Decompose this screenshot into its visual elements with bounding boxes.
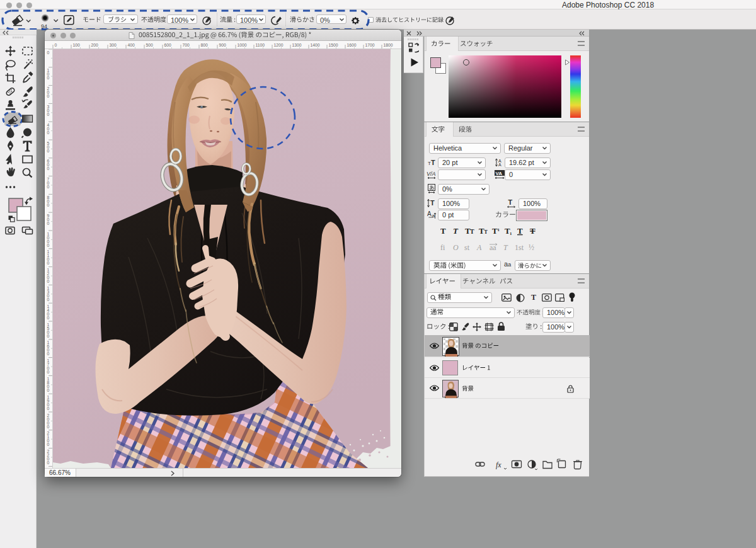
svg-text:A: A <box>476 243 482 252</box>
svg-text:1400: 1400 <box>311 43 320 47</box>
svg-text:0: 0 <box>47 130 50 135</box>
svg-text:1300: 1300 <box>292 43 302 47</box>
svg-text:1800: 1800 <box>384 43 393 47</box>
svg-text:T: T <box>470 228 474 235</box>
svg-text:100: 100 <box>73 43 81 47</box>
svg-text:T: T <box>430 199 435 207</box>
svg-text:300: 300 <box>110 43 117 47</box>
svg-text:0: 0 <box>47 316 50 320</box>
svg-text:0: 0 <box>47 221 50 225</box>
svg-text:0: 0 <box>47 442 50 447</box>
svg-text:0: 0 <box>47 351 50 356</box>
svg-text:T: T <box>517 226 523 236</box>
svg-text:0: 0 <box>47 460 50 465</box>
svg-text:T: T <box>508 199 513 206</box>
svg-text:1000: 1000 <box>238 43 247 47</box>
svg-text:600: 600 <box>164 43 172 47</box>
svg-text:900: 900 <box>219 43 227 47</box>
svg-text:0: 0 <box>47 370 50 374</box>
svg-text:T: T <box>440 226 446 236</box>
svg-text:fx: fx <box>496 460 501 469</box>
svg-text:0: 0 <box>47 279 50 283</box>
svg-text:1: 1 <box>510 231 512 236</box>
svg-text:800: 800 <box>201 43 209 47</box>
svg-text:A: A <box>498 163 501 167</box>
svg-text:T: T <box>484 229 488 235</box>
svg-text:A: A <box>427 210 432 217</box>
svg-text:VA: VA <box>496 171 503 176</box>
svg-text:200: 200 <box>91 43 99 47</box>
svg-text:400: 400 <box>128 43 135 47</box>
svg-text:0: 0 <box>47 166 50 171</box>
svg-text:0: 0 <box>47 334 50 338</box>
svg-text:0: 0 <box>47 50 50 55</box>
svg-text:1500: 1500 <box>329 43 338 47</box>
svg-text:0: 0 <box>47 425 50 429</box>
svg-text:½: ½ <box>529 243 534 252</box>
svg-text:0: 0 <box>47 261 50 265</box>
svg-text:1200: 1200 <box>274 43 284 47</box>
svg-text:0: 0 <box>47 297 50 302</box>
svg-text:V/A: V/A <box>427 171 436 177</box>
svg-text:1100: 1100 <box>256 43 265 47</box>
svg-text:T: T <box>530 226 536 236</box>
svg-text:T: T <box>503 243 508 252</box>
svg-text:0: 0 <box>47 112 50 117</box>
svg-text:500: 500 <box>146 43 154 47</box>
svg-text:1700: 1700 <box>365 43 375 47</box>
svg-text:st: st <box>464 243 470 252</box>
svg-text:0: 0 <box>47 203 50 207</box>
svg-text:fi: fi <box>440 243 445 252</box>
svg-text:0: 0 <box>47 94 50 98</box>
svg-text:0: 0 <box>47 185 50 189</box>
svg-text:1600: 1600 <box>347 43 357 47</box>
svg-text:0: 0 <box>55 43 57 47</box>
svg-text:0: 0 <box>47 388 50 392</box>
svg-text:0: 0 <box>47 243 50 248</box>
svg-text:0: 0 <box>47 149 50 153</box>
svg-text:700: 700 <box>183 43 190 47</box>
svg-text:1st: 1st <box>515 243 524 252</box>
svg-text:O: O <box>453 243 459 252</box>
svg-text:0: 0 <box>47 76 50 80</box>
svg-text:1: 1 <box>498 227 500 232</box>
svg-text:T: T <box>453 226 459 236</box>
svg-text:0: 0 <box>47 406 50 411</box>
